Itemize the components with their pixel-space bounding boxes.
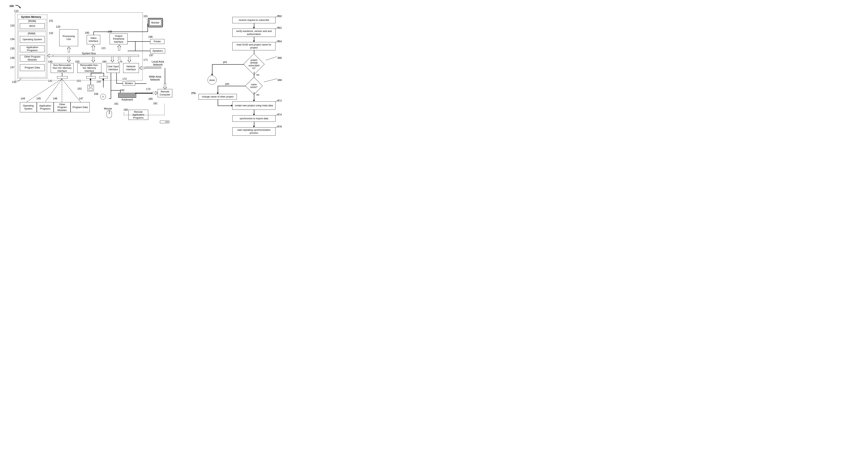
svg-line-1 — [26, 79, 62, 102]
printer-box: Printer — [150, 39, 164, 44]
ram-modules-box: Other Program Modules — [20, 55, 45, 62]
ref-150: 150 — [75, 60, 80, 63]
removable-if-box: Removable Non-Vol. Memory Interface — [77, 63, 101, 73]
ref-366: 366 — [277, 56, 282, 59]
step-370-box: change name of other project — [198, 94, 237, 99]
ref-372: 372 — [277, 99, 282, 102]
network-if-box: Network Interface — [123, 63, 139, 73]
ref-131: 131 — [49, 19, 53, 22]
ref-155: 155 — [96, 80, 101, 83]
step-364-box: read GUID and project name for project — [232, 42, 276, 50]
output-peripheral-box: Output Peripheral Interface — [110, 33, 128, 44]
ref-376: 376 — [277, 125, 282, 128]
processing-unit-box: Processing Unit — [59, 29, 78, 46]
step-362-box: verify existence, version and and author… — [232, 29, 276, 37]
ref-137: 137 — [10, 66, 14, 69]
ref-374: 374 — [277, 113, 282, 116]
disk-pdata-box: Program Data — [70, 102, 90, 112]
no-label-1: no — [256, 73, 259, 76]
ref-180: 180 — [148, 97, 153, 100]
ref-364: 364 — [277, 40, 282, 43]
ram-label: (RAM) — [28, 32, 35, 35]
ref-120: 120 — [56, 25, 60, 28]
floppy-drive-slot — [86, 76, 96, 79]
ref-173: 173 — [146, 88, 150, 91]
ref-156: 156 — [94, 92, 98, 95]
step-372-box: create new project using meta data — [232, 101, 276, 110]
svg-line-4 — [62, 79, 81, 102]
ram-os-box: Operating System — [20, 36, 45, 43]
ref-191: 191 — [144, 14, 148, 18]
nonremovable-if-box: Non-Removable Non-Vol. Memory Interface — [51, 63, 73, 73]
disc-icon — [100, 94, 106, 99]
ref-197: 197 — [149, 54, 153, 57]
hdd-leaders — [21, 79, 92, 103]
remote-router-icon — [160, 121, 169, 123]
step-376-box: start repeating synchronization process — [232, 127, 276, 136]
monitor-label: Monitor — [149, 19, 162, 26]
ref-185: 185 — [123, 108, 128, 111]
disk-apps-box: Application Programs — [37, 102, 54, 112]
ref-196: 196 — [148, 35, 153, 38]
mouse-icon — [106, 111, 112, 118]
monitor-box: Monitor — [148, 18, 163, 27]
yes-label-2: yes — [225, 82, 229, 85]
ref-100: 100 — [9, 4, 14, 7]
ref-135: 135 — [10, 47, 14, 50]
rom-label: (ROM) — [28, 20, 36, 23]
disk-modules-box: Other Program Modules — [54, 102, 70, 112]
ram-pdata-box: Program Data — [20, 64, 45, 71]
ref-160: 160 — [102, 60, 106, 63]
disk-os-box: Operating System — [20, 102, 37, 112]
svg-line-2 — [45, 79, 62, 102]
remote-apps-box: Remote Application Programs — [128, 110, 148, 120]
wan-label: Wide Area Network — [148, 75, 162, 81]
keyboard-label: Keyboard — [122, 98, 133, 101]
ref-136: 136 — [10, 56, 14, 59]
ref-368: 368 — [277, 79, 282, 82]
ref-162: 162 — [120, 89, 124, 92]
ref-161: 161 — [114, 102, 118, 105]
optical-drive-slot — [99, 76, 108, 79]
bios-box: BIOS — [20, 23, 45, 29]
ref-171: 171 — [144, 58, 148, 61]
ref-140: 140 — [48, 60, 52, 63]
lan-label: Local Area Network — [149, 60, 166, 66]
remote-computer-box: Remote Computer — [158, 89, 172, 97]
ref-133: 133 — [10, 24, 14, 27]
ref-132: 132 — [49, 32, 53, 35]
no-label-2: no — [256, 93, 259, 96]
keyboard-icon — [118, 93, 136, 98]
speakers-box: Speakers — [150, 49, 165, 53]
modem-box: Modem — [123, 81, 135, 86]
hdd-slot — [57, 76, 68, 79]
yes-label-1: yes — [223, 60, 227, 63]
system-memory-title: System Memory — [21, 16, 41, 19]
ref-362: 362 — [277, 26, 282, 29]
done-circle: done — [208, 76, 217, 85]
ref-121: 121 — [101, 47, 106, 50]
ref-172: 172 — [122, 78, 127, 80]
system-bus — [51, 55, 139, 57]
ref-134: 134 — [10, 37, 14, 40]
ref-110: 110 — [14, 9, 19, 12]
video-interface-box: Video Interface — [87, 35, 100, 44]
mouse-label: Mouse — [104, 107, 112, 110]
ref-130: 130 — [12, 80, 16, 83]
ram-apps-box: Application Programs — [20, 46, 45, 52]
step-374-box: synchronize to import data — [232, 115, 276, 122]
step-360-box: receive request to subscribe — [232, 17, 276, 23]
ref-181: 181 — [153, 102, 157, 105]
user-input-if-box: User Input Interface — [106, 63, 120, 73]
ref-360: 360 — [277, 14, 282, 18]
ref-190: 190 — [85, 31, 89, 34]
system-bus-label: System Bus — [82, 52, 96, 55]
